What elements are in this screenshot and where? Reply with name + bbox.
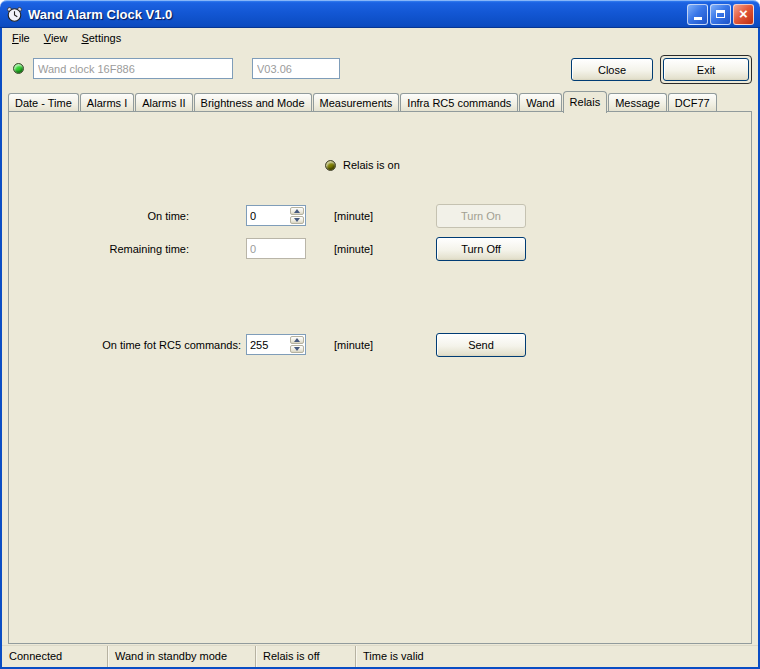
relais-tab-panel: Relais is on On time: [minute] Turn On R… [8,111,752,644]
turn-off-button[interactable]: Turn Off [436,237,526,261]
turn-on-button[interactable]: Turn On [436,204,526,228]
remaining-time-input[interactable] [246,238,306,259]
status-time-validity: Time is valid [356,646,758,667]
tab-measurements[interactable]: Measurements [313,93,400,112]
close-window-button[interactable]: × [733,4,754,25]
minimize-icon [694,17,702,20]
client-area: File View Settings Close Exit Date - Tim… [0,28,760,669]
status-wand-mode: Wand in standby mode [108,646,256,667]
tab-relais[interactable]: Relais [563,91,608,113]
rc5-spin-down-button[interactable] [290,345,304,353]
connection-led [13,63,24,74]
relais-led [325,160,336,171]
minimize-button[interactable] [687,4,708,25]
tab-wand[interactable]: Wand [519,93,561,112]
titlebar: Wand Alarm Clock V1.0 × [0,0,760,28]
alarm-clock-icon [6,6,23,23]
chevron-up-icon [294,338,300,342]
tab-date-time[interactable]: Date - Time [8,93,79,112]
exit-button-focus-frame: Exit [660,55,752,84]
app-window: Wand Alarm Clock V1.0 × File View Settin… [0,0,760,669]
tab-message[interactable]: Message [608,93,667,112]
window-title: Wand Alarm Clock V1.0 [28,7,687,22]
close-button[interactable]: Close [571,58,653,81]
chevron-down-icon [294,347,300,351]
on-time-spin-down-button[interactable] [290,216,304,224]
send-button[interactable]: Send [436,333,526,357]
rc5-spin-up-button[interactable] [290,336,304,344]
close-icon: × [739,6,748,21]
rc5-on-time-label: On time fot RC5 commands: [9,339,241,351]
rc5-spin-buttons [289,335,305,354]
remaining-time-label: Remaining time: [9,243,189,255]
menu-settings[interactable]: Settings [74,29,128,47]
chevron-down-icon [294,218,300,222]
tab-infra-rc5-commands[interactable]: Infra RC5 commands [400,93,518,112]
status-connection: Connected [2,646,108,667]
rc5-on-time-input[interactable] [247,335,289,354]
tab-brightness-and-mode[interactable]: Brightness and Mode [194,93,312,112]
menu-view[interactable]: View [37,29,75,47]
tab-alarms-ii[interactable]: Alarms II [135,93,192,112]
on-time-input[interactable] [247,206,289,225]
rc5-on-time-spinner [246,334,306,355]
chevron-up-icon [294,209,300,213]
relais-led-label: Relais is on [343,159,400,171]
on-time-label: On time: [9,210,189,222]
remaining-time-unit-label: [minute] [334,243,373,255]
statusbar: Connected Wand in standby mode Relais is… [2,645,758,667]
on-time-spin-buttons [289,206,305,225]
tab-dcf77[interactable]: DCF77 [668,93,717,112]
titlebar-buttons: × [687,4,754,25]
tabstrip: Date - Time Alarms I Alarms II Brightnes… [8,92,752,112]
on-time-spinner [246,205,306,226]
firmware-version-field[interactable] [252,58,340,79]
status-relais: Relais is off [256,646,356,667]
maximize-icon [716,10,725,18]
menubar: File View Settings [2,28,758,48]
maximize-button[interactable] [710,4,731,25]
relais-state-indicator: Relais is on [325,159,400,171]
exit-button[interactable]: Exit [663,58,749,81]
tab-alarms-i[interactable]: Alarms I [80,93,134,112]
device-name-field[interactable] [33,58,233,79]
rc5-on-time-unit-label: [minute] [334,339,373,351]
on-time-unit-label: [minute] [334,210,373,222]
menu-file[interactable]: File [5,29,37,47]
on-time-spin-up-button[interactable] [290,207,304,215]
